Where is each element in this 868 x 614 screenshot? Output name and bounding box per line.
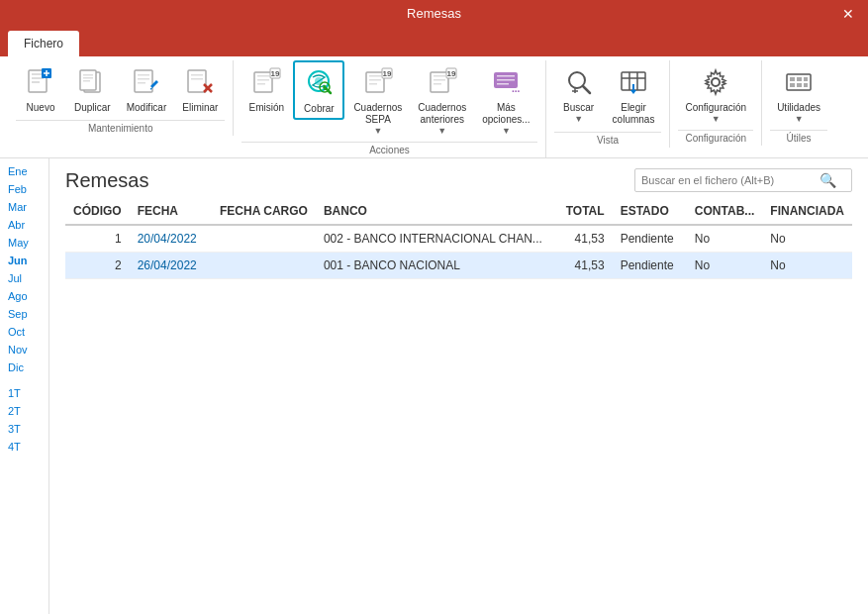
cuadernos-sepa-label: Cuadernos SEPA bbox=[353, 102, 402, 126]
search-box[interactable]: 🔍 bbox=[634, 168, 852, 192]
sidebar-item-nov[interactable]: Nov bbox=[0, 341, 48, 358]
duplicar-label: Duplicar bbox=[74, 102, 111, 114]
eliminar-button[interactable]: Eliminar bbox=[175, 60, 225, 118]
search-input[interactable] bbox=[641, 174, 820, 186]
cell-banco: 002 - BANCO INTERNACIONAL CHAN... bbox=[316, 225, 550, 253]
cuadernos-sepa-button[interactable]: 19 Cuadernos SEPA ▼ bbox=[346, 60, 409, 140]
col-header-estado: ESTADO bbox=[613, 198, 687, 225]
elegir-columnas-button[interactable]: Elegir columnas bbox=[606, 60, 662, 130]
utilidades-icon bbox=[781, 64, 817, 100]
sidebar-item-3t[interactable]: 3T bbox=[0, 420, 48, 438]
sidebar-item-dic[interactable]: Dic bbox=[0, 358, 48, 376]
sidebar-item-may[interactable]: May bbox=[0, 234, 48, 252]
svg-rect-57 bbox=[787, 74, 811, 90]
sidebar-item-feb[interactable]: Feb bbox=[0, 180, 48, 198]
mas-opciones-button[interactable]: ... Más opciones... ▼ bbox=[475, 60, 536, 140]
cobrar-button[interactable]: € Cobrar bbox=[293, 60, 344, 120]
cell-estado: Pendiente bbox=[613, 253, 687, 279]
cuadernos-ant-dropdown: ▼ bbox=[437, 126, 446, 136]
content-panel: Remesas 🔍 CÓDIGO FECHA FECHA CARGO BANCO… bbox=[49, 158, 868, 614]
svg-rect-38 bbox=[434, 75, 445, 77]
sidebar-item-mar[interactable]: Mar bbox=[0, 198, 48, 216]
mas-label: Más opciones... bbox=[482, 102, 530, 126]
svg-rect-13 bbox=[138, 74, 149, 76]
svg-rect-62 bbox=[797, 83, 802, 87]
svg-rect-34 bbox=[369, 83, 377, 85]
ribbon-group-mantenimiento: Nuevo Duplicar bbox=[8, 60, 234, 136]
cell-financiada: No bbox=[762, 253, 852, 279]
configuracion-dropdown: ▼ bbox=[712, 114, 721, 124]
vista-label: Vista bbox=[554, 132, 662, 146]
cell-total: 41,53 bbox=[550, 253, 613, 279]
ribbon: Nuevo Duplicar bbox=[0, 56, 868, 158]
svg-text:19: 19 bbox=[382, 69, 391, 78]
cuadernos-anteriores-button[interactable]: 19 Cuadernos anteriores ▼ bbox=[411, 60, 473, 140]
sidebar-item-2t[interactable]: 2T bbox=[0, 402, 48, 420]
svg-rect-45 bbox=[497, 79, 515, 81]
col-header-codigo: CÓDIGO bbox=[65, 198, 130, 225]
cell-contab: No bbox=[687, 225, 762, 253]
tab-fichero[interactable]: Fichero bbox=[8, 31, 79, 56]
sidebar-item-ene[interactable]: Ene bbox=[0, 162, 48, 180]
cell-estado: Pendiente bbox=[613, 225, 687, 253]
svg-rect-33 bbox=[369, 79, 381, 81]
sidebar-item-1t[interactable]: 1T bbox=[0, 384, 48, 402]
mas-icon: ... bbox=[488, 64, 524, 100]
svg-rect-23 bbox=[257, 79, 269, 81]
sidebar-item-jun[interactable]: Jun bbox=[0, 252, 48, 269]
svg-rect-44 bbox=[497, 75, 515, 77]
sidebar-item-ago[interactable]: Ago bbox=[0, 287, 48, 305]
sidebar-item-abr[interactable]: Abr bbox=[0, 216, 48, 234]
sidebar: Ene Feb Mar Abr May Jun Jul Ago Sep Oct … bbox=[0, 158, 49, 614]
eliminar-icon bbox=[182, 64, 218, 100]
cuadernos-ant-icon: 19 bbox=[425, 64, 460, 100]
col-header-total: TOTAL bbox=[550, 198, 613, 225]
eliminar-label: Eliminar bbox=[182, 102, 218, 114]
svg-text:19: 19 bbox=[271, 69, 280, 78]
close-button[interactable]: ✕ bbox=[828, 0, 868, 28]
cell-fecha: 20/04/2022 bbox=[130, 225, 212, 253]
cobrar-label: Cobrar bbox=[304, 103, 335, 115]
app-title: Remesas bbox=[407, 6, 461, 21]
cuadernos-ant-label: Cuadernos anteriores bbox=[418, 102, 466, 126]
sidebar-item-sep[interactable]: Sep bbox=[0, 305, 48, 323]
nuevo-icon bbox=[23, 64, 58, 100]
configuracion-button[interactable]: Configuración ▼ bbox=[678, 60, 753, 128]
svg-rect-24 bbox=[257, 83, 265, 85]
sidebar-item-oct[interactable]: Oct bbox=[0, 323, 48, 341]
emision-button[interactable]: 19 Emisión bbox=[241, 60, 291, 118]
svg-rect-12 bbox=[135, 70, 152, 92]
duplicar-button[interactable]: Duplicar bbox=[67, 60, 118, 118]
cell-codigo: 1 bbox=[65, 225, 130, 253]
svg-text:...: ... bbox=[512, 83, 521, 94]
buscar-label: Buscar bbox=[563, 102, 594, 114]
col-header-fecha-cargo: FECHA CARGO bbox=[212, 198, 316, 225]
buscar-button[interactable]: Buscar ▼ bbox=[554, 60, 604, 128]
cell-banco: 001 - BANCO NACIONAL bbox=[316, 253, 550, 279]
configuracion-group-label: Configuración bbox=[678, 130, 753, 144]
svg-rect-46 bbox=[497, 83, 509, 85]
mas-dropdown: ▼ bbox=[502, 126, 511, 136]
cuadernos-sepa-icon: 19 bbox=[360, 64, 396, 100]
svg-rect-40 bbox=[434, 83, 441, 85]
svg-text:19: 19 bbox=[446, 69, 455, 78]
nuevo-button[interactable]: Nuevo bbox=[16, 60, 65, 118]
elegir-label: Elegir columnas bbox=[613, 102, 655, 126]
utilidades-button[interactable]: Utilidades ▼ bbox=[770, 60, 827, 128]
svg-rect-14 bbox=[138, 78, 149, 80]
svg-rect-9 bbox=[83, 74, 93, 76]
col-header-financiada: FINANCIADA bbox=[762, 198, 852, 225]
svg-rect-15 bbox=[138, 82, 145, 84]
search-icon[interactable]: 🔍 bbox=[820, 172, 836, 188]
sidebar-item-jul[interactable]: Jul bbox=[0, 269, 48, 287]
modificar-button[interactable]: Modificar bbox=[120, 60, 174, 118]
nuevo-label: Nuevo bbox=[27, 102, 55, 114]
cell-fecha-cargo bbox=[212, 225, 316, 253]
svg-rect-22 bbox=[257, 75, 269, 77]
sidebar-item-4t[interactable]: 4T bbox=[0, 438, 48, 456]
cobrar-icon: € bbox=[301, 65, 337, 101]
table-row[interactable]: 2 26/04/2022 001 - BANCO NACIONAL 41,53 … bbox=[65, 253, 852, 279]
table-row[interactable]: 1 20/04/2022 002 - BANCO INTERNACIONAL C… bbox=[65, 225, 852, 253]
main-area: Ene Feb Mar Abr May Jun Jul Ago Sep Oct … bbox=[0, 158, 868, 614]
ribbon-group-configuracion: Configuración ▼ Configuración bbox=[670, 60, 762, 146]
